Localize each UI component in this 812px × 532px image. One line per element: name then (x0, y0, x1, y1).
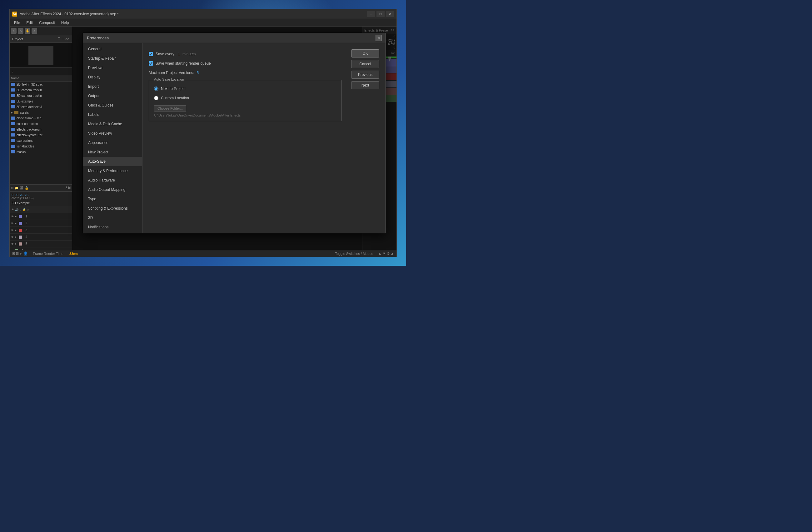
list-item[interactable]: effects-backgroun (10, 127, 72, 132)
pref-nav-type[interactable]: Type (83, 194, 142, 204)
save-render-checkbox[interactable] (149, 61, 153, 66)
search-icon[interactable]: ⌕ (31, 28, 37, 34)
list-item[interactable]: 3D camera trackin (10, 93, 72, 98)
previous-button[interactable]: Previous (351, 71, 379, 79)
pref-nav-audio-output[interactable]: Audio Output Mapping (83, 185, 142, 194)
choose-folder-button[interactable]: Choose Folder... (154, 105, 186, 112)
panel-expand-icon[interactable]: >> (65, 37, 69, 41)
composition-icon[interactable]: 🎬 (20, 186, 24, 190)
layer-row-3[interactable]: 👁 ▶ 3 (10, 227, 72, 234)
list-item[interactable]: 3D camera trackin (10, 87, 72, 93)
layer-row-2[interactable]: 👁 ▶ 2 (10, 220, 72, 227)
layer-row-1[interactable]: 👁 ▶ 1 (10, 213, 72, 220)
list-item[interactable]: 3D example (10, 98, 72, 104)
ae-window: Ae Adobe After Effects 2024 - 0102-overv… (9, 9, 397, 257)
pref-nav-previews[interactable]: Previews (83, 63, 142, 72)
custom-location-radio[interactable] (154, 96, 158, 100)
pref-nav-audio-hardware[interactable]: Audio Hardware (83, 175, 142, 185)
custom-location-row: Custom Location (154, 94, 336, 103)
home-icon[interactable]: ⌂ (11, 28, 17, 34)
modal-title-bar: Preferences ✕ (83, 33, 386, 43)
panel-header-icons: ☰ □ >> (57, 37, 69, 41)
save-every-value[interactable]: 1 (178, 52, 180, 56)
pref-nav-3d[interactable]: 3D (83, 213, 142, 222)
layer-num: 4 (23, 235, 27, 239)
file-icon (11, 88, 15, 91)
file-icon (11, 94, 15, 97)
pref-nav-grids[interactable]: Grids & Guides (83, 101, 142, 110)
pref-buttons-group: OK Cancel Previous Next (351, 49, 379, 89)
layer-row-6[interactable]: ▶ 6 (10, 247, 72, 250)
search-input[interactable] (15, 70, 70, 73)
max-versions-row: Maximum Project Versions: 5 (149, 68, 342, 77)
minimize-button[interactable]: ─ (367, 11, 375, 17)
expand-icon: ▶ (15, 215, 18, 218)
list-item[interactable]: expressions (10, 138, 72, 143)
layer-row-5[interactable]: 👁 ▶ 5 (10, 241, 72, 247)
eye-icon[interactable]: 👁 (11, 242, 14, 246)
pref-nav-video[interactable]: Video Preview (83, 129, 142, 138)
ok-button[interactable]: OK (351, 49, 379, 57)
ae-main-area: ⌂ ↖ ✋ ⌕ Project ☰ □ >> (10, 27, 396, 250)
pref-nav-notifications[interactable]: Notifications (83, 222, 142, 232)
pref-form: Save every: 1 minutes Save when starting… (149, 49, 342, 121)
eye-icon[interactable]: 👁 (11, 215, 14, 218)
pref-nav-new-project[interactable]: New Project (83, 147, 142, 157)
next-button[interactable]: Next (351, 81, 379, 89)
pref-nav-scripting[interactable]: Scripting & Expressions (83, 204, 142, 213)
cancel-button[interactable]: Cancel (351, 60, 379, 68)
menu-file[interactable]: File (11, 20, 23, 26)
close-button[interactable]: ✕ (386, 11, 394, 17)
list-item[interactable]: clone stamp + mo (10, 115, 72, 121)
interpret-icon[interactable]: ⊞ (11, 186, 13, 190)
max-versions-value[interactable]: 5 (197, 71, 199, 75)
frame-render-icons: ⊞ ⊡ ⇄ 👤 (12, 251, 28, 256)
save-every-checkbox[interactable] (149, 52, 153, 56)
panel-menu-icon[interactable]: ☰ (57, 37, 61, 41)
file-list: 2D Text in 3D spac 3D camera trackin 3D … (10, 82, 72, 184)
solo-icon: ○ (20, 208, 21, 211)
menu-composition[interactable]: Composit (36, 20, 58, 26)
ae-icon: Ae (12, 12, 17, 17)
pref-nav-memory[interactable]: Memory & Performance (83, 166, 142, 175)
autosave-location-label: Auto-Save Location (153, 77, 185, 81)
maximize-button[interactable]: □ (376, 11, 385, 17)
pref-nav-general[interactable]: General (83, 44, 142, 54)
pointer-icon[interactable]: ↖ (18, 28, 24, 34)
file-icon (11, 122, 15, 125)
frame-render-label: Frame Render Time: (33, 252, 64, 256)
layer-col-header: 👁 🔊 ○ 🔒 # (10, 206, 72, 213)
list-item[interactable]: color correction (10, 121, 72, 127)
next-to-project-radio[interactable] (154, 87, 158, 91)
menu-help[interactable]: Help (58, 20, 72, 26)
hand-icon[interactable]: ✋ (25, 28, 30, 34)
layer-row-4[interactable]: 👁 ▶ 4 (10, 234, 72, 241)
panel-square-icon[interactable]: □ (62, 37, 64, 41)
project-label: Project (12, 37, 23, 41)
list-item[interactable]: 2D Text in 3D spac (10, 82, 72, 87)
expand-icon: ▶ (15, 235, 18, 238)
pref-nav-display[interactable]: Display (83, 72, 142, 82)
list-item[interactable]: 3D extruded text & (10, 104, 72, 110)
pref-nav-startup[interactable]: Startup & Repair (83, 54, 142, 63)
pref-nav-auto-save[interactable]: Auto-Save (83, 157, 142, 166)
expand-icon: ▶ (11, 249, 14, 250)
list-item-assets[interactable]: ▶ assets (10, 110, 72, 115)
pref-nav-output[interactable]: Output (83, 91, 142, 101)
pref-nav-import[interactable]: Import (83, 82, 142, 91)
expand-icon: ▶ (15, 229, 18, 231)
list-item[interactable]: masks (10, 149, 72, 155)
eye-icon[interactable]: 👁 (11, 229, 14, 232)
pref-nav-appearance[interactable]: Appearance (83, 138, 142, 147)
list-item[interactable]: fish+bubbles (10, 143, 72, 149)
lock-icon[interactable]: 🔒 (25, 186, 28, 190)
layer-num: 2 (23, 221, 27, 225)
eye-icon[interactable]: 👁 (11, 235, 14, 239)
modal-close-button[interactable]: ✕ (376, 35, 382, 41)
pref-nav-labels[interactable]: Labels (83, 110, 142, 119)
pref-nav-media[interactable]: Media & Disk Cache (83, 119, 142, 129)
list-item[interactable]: effects-Cycore Par (10, 132, 72, 138)
menu-edit[interactable]: Edit (23, 20, 36, 26)
folder-new-icon[interactable]: 📁 (15, 186, 18, 190)
eye-icon[interactable]: 👁 (11, 222, 14, 225)
